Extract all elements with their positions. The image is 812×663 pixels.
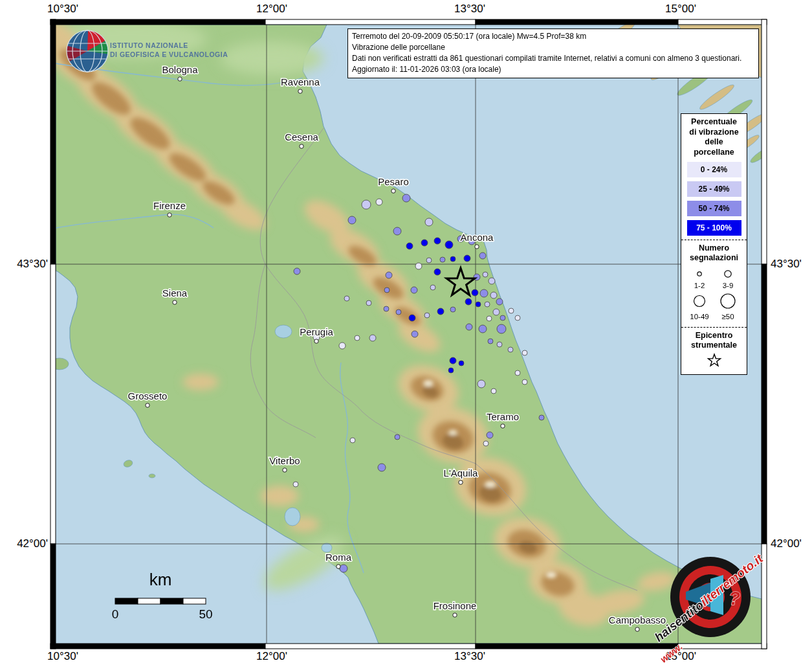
- intensity-point: [477, 380, 485, 388]
- city-dot: [298, 89, 302, 93]
- city-label: Ancona: [461, 232, 494, 243]
- intensity-point: [396, 309, 401, 315]
- intensity-point: [362, 200, 371, 209]
- city-dot: [283, 468, 287, 472]
- intensity-point: [497, 324, 506, 333]
- intensity-point: [500, 315, 505, 320]
- legend-epicenter-section: Epicentro strumentale: [681, 327, 747, 374]
- intensity-point: [472, 289, 478, 296]
- scalebar: [110, 597, 214, 606]
- legend-epicenter-title: Epicentro: [683, 331, 745, 341]
- city-dot: [314, 339, 318, 343]
- intensity-point: [348, 216, 356, 224]
- intensity-point: [522, 350, 527, 355]
- city-label: Grosseto: [128, 390, 168, 401]
- city-label: Teramo: [487, 411, 519, 422]
- intensity-point: [350, 438, 355, 443]
- lat-label-right-0: 43°30': [771, 258, 802, 271]
- intensity-point: [515, 370, 520, 376]
- lon-label-bottom-2: 13°30': [454, 650, 485, 663]
- intensity-point: [479, 253, 486, 259]
- city-label: Siena: [162, 287, 188, 298]
- city-label: Perugia: [300, 326, 333, 337]
- intensity-point: [421, 240, 428, 246]
- intensity-point: [411, 287, 417, 293]
- city-label: Firenze: [153, 200, 186, 211]
- intensity-point: [402, 194, 410, 202]
- intensity-point: [425, 218, 433, 226]
- intensity-point: [450, 357, 456, 364]
- city-dot: [168, 213, 171, 217]
- city-dot: [501, 424, 505, 428]
- intensity-point: [464, 255, 470, 262]
- haisentitoilterremoto-logo: ? haisentitoilterremoto.it www.: [646, 543, 788, 659]
- legend-title-line: porcellane: [683, 148, 745, 158]
- svg-text:1-2: 1-2: [694, 282, 705, 289]
- city-dot: [146, 403, 149, 407]
- ingv-logo: ISTITUTO NAZIONALE DI GEOFISICA E VULCAN…: [62, 27, 243, 85]
- intensity-point: [450, 307, 455, 312]
- intensity-point: [480, 289, 488, 297]
- intensity-point: [483, 272, 488, 277]
- ingv-globe-icon: [67, 30, 108, 72]
- svg-text:10-49: 10-49: [690, 313, 708, 320]
- legend-swatch-25-49: 25 - 49%: [687, 181, 741, 197]
- legend-swatch-0-24: 0 - 24%: [687, 162, 741, 177]
- ingv-name-line2: DI GEOFISICA E VULCANOLOGIA: [110, 51, 228, 58]
- intensity-point: [487, 432, 493, 438]
- legend-title-line: di vibrazione: [683, 128, 745, 138]
- intensity-point: [450, 256, 455, 262]
- city-dot: [173, 300, 177, 304]
- intensity-point: [293, 482, 298, 487]
- legend-title-line: Percentuale: [683, 117, 745, 128]
- event-note: Dati non verificati estratti da 861 ques…: [352, 53, 754, 64]
- legend-title-line: delle: [683, 137, 745, 148]
- intensity-point: [437, 308, 444, 315]
- intensity-point: [384, 287, 390, 293]
- intensity-point: [430, 285, 435, 290]
- legend-epicenter-title: strumentale: [683, 341, 745, 351]
- intensity-point: [476, 302, 481, 307]
- intensity-point: [406, 243, 413, 249]
- intensity-point: [488, 278, 495, 284]
- city-label: Viterbo: [269, 455, 300, 466]
- intensity-point: [515, 315, 520, 320]
- intensity-point: [496, 298, 503, 305]
- svg-text:3-9: 3-9: [722, 282, 733, 289]
- intensity-point: [491, 388, 496, 394]
- intensity-point: [490, 292, 497, 298]
- legend: Percentuale di vibrazione delle porcella…: [681, 113, 747, 375]
- count-size-icons: 1-2 3-9 10-49 ≥50: [684, 265, 745, 323]
- intensity-point: [424, 313, 430, 318]
- intensity-point: [459, 361, 464, 366]
- event-title: Terremoto del 20-09-2009 05:50:17 (ora l…: [352, 31, 754, 42]
- intensity-point: [434, 238, 441, 244]
- intensity-point: [344, 296, 349, 301]
- intensity-point: [466, 324, 472, 330]
- intensity-point: [508, 347, 513, 352]
- intensity-point: [384, 306, 389, 311]
- intensity-point: [440, 257, 445, 262]
- city-label: Cesena: [285, 131, 318, 142]
- intensity-point: [483, 441, 488, 446]
- intensity-point: [415, 263, 422, 269]
- legend-count-title: segnalazioni: [683, 253, 745, 264]
- intensity-point: [539, 415, 544, 420]
- intensity-point: [488, 339, 493, 344]
- intensity-point: [485, 302, 490, 307]
- city-dot: [453, 613, 457, 617]
- event-info-box: Terremoto del 20-09-2009 05:50:17 (ora l…: [347, 28, 759, 78]
- intensity-point: [376, 199, 382, 205]
- lon-label-bottom-0: 10°30': [47, 650, 78, 663]
- city-dot: [635, 627, 639, 631]
- city-dot: [459, 480, 463, 484]
- intensity-point: [369, 335, 376, 341]
- city-dot: [475, 245, 479, 249]
- ingv-name-line1: ISTITUTO NAZIONALE: [110, 41, 188, 49]
- intensity-point: [465, 298, 472, 305]
- intensity-point: [355, 335, 360, 341]
- lat-label-left-0: 43°30': [1, 258, 48, 271]
- city-label: Frosinone: [433, 600, 477, 611]
- legend-swatch-50-74: 50 - 74%: [687, 201, 741, 216]
- intensity-point: [493, 309, 499, 315]
